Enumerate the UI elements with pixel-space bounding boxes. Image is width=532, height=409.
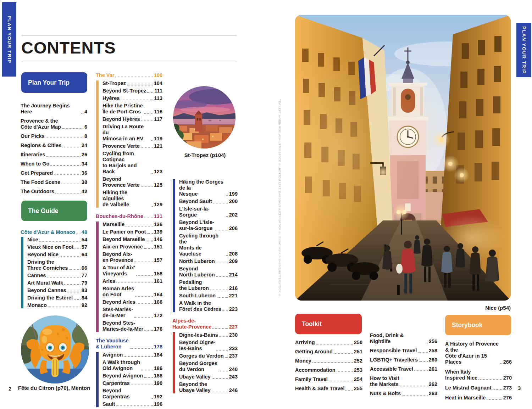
toc-entry-label: Cycling from Cotignac to Barjols and Bac… (102, 151, 150, 175)
toc-leader (39, 241, 81, 242)
toc-leader (147, 233, 153, 234)
toc-entry-page: 129 (154, 202, 162, 208)
toc-entry-page: 250 (354, 340, 362, 346)
toc-entry: Carpentras 190 (102, 380, 162, 386)
toc-entry-label: Ubaye Valley (179, 374, 211, 380)
toc-entry: Beyond St-Tropez 111 (102, 88, 162, 94)
toc-entry-page: 276 (503, 395, 512, 401)
section-items: St-Tropez 104 Beyond St-Tropez 111 Hyère… (96, 80, 162, 208)
toc-leader (225, 357, 228, 358)
toc-entry-page: 233 (229, 346, 238, 352)
toc-entry-label: Beyond Aix- en Provence (102, 251, 133, 263)
toc-leader (414, 370, 428, 371)
toc-entry-label: Hiking the Gorges de la Nesque (179, 179, 225, 197)
toc-entry-label: Food, Drink & Nightlife (370, 332, 425, 344)
toc-entry: Vieux Nice on Foot 57 (27, 244, 87, 250)
toc-entry-label: North Luberon (179, 258, 215, 264)
toc-entry: The Food Scene 38 (21, 179, 87, 185)
toc-entry-label: Responsible Travel (370, 348, 417, 354)
toc-entry-label: Roman Arles on Foot (102, 286, 134, 298)
toc-entry: How to Visit the Markets 262 (370, 375, 437, 387)
middle-column: The Var 100 St-Tropez 104 Beyond St-Trop… (96, 72, 162, 409)
toc-entry-label: Driving La Route du Mimosa in an EV (102, 124, 150, 142)
toc-leader (136, 275, 153, 276)
toc-entry: Hiking the Aiguilles de Valbelle 129 (102, 190, 162, 208)
toc-entry-page: 266 (503, 359, 512, 365)
toc-leader (215, 230, 228, 230)
nice-street-illustration (295, 15, 511, 301)
toc-leader (124, 356, 153, 357)
toc-entry-label: Beyond Nice (27, 252, 59, 258)
section-title: Bouches-du-Rhône (96, 213, 143, 219)
toc-leader (213, 203, 228, 203)
plan-your-trip-box: Plan Your Trip (21, 72, 87, 93)
toc-entry-page: 172 (154, 313, 162, 319)
toc-entry-page: 176 (154, 326, 162, 332)
toc-entry: Le Mistral Gagnant 273 (445, 385, 512, 391)
toc-leader (141, 186, 153, 187)
toc-entry: Ubaye Valley 243 (179, 374, 238, 380)
toc-entry: Arles 161 (102, 278, 162, 284)
toc-entry-page: 92 (82, 302, 87, 308)
toc-entry: Nuts & Bolts 263 (370, 391, 437, 397)
toc-entry-label: Beyond St-Tropez (102, 88, 146, 94)
citrus-octopus-illustration (21, 315, 89, 383)
toc-leader (151, 173, 153, 174)
toc-leader (115, 77, 153, 77)
toc-entry: LGBTIQ+ Travellers 260 (370, 357, 437, 363)
toc-entry: L'Isle-sur-la-Sorgue 202 (179, 206, 238, 218)
right-column-left-page: Hiking the Gorges de la Nesque 199 Beyon… (172, 179, 238, 399)
toc-entry-label: Beyond North Luberon (179, 266, 215, 278)
toc-entry: Beyond North Luberon 214 (179, 266, 238, 278)
toc-entry-label: Beyond Hyères (102, 116, 140, 122)
section-heading: The Var 100 (96, 72, 162, 78)
toc-entry-label: Beyond Sault (179, 198, 212, 204)
toc-entry: Beyond Marseille 146 (102, 236, 162, 242)
toc-entry-page: 104 (154, 80, 162, 86)
toc-leader (62, 147, 81, 147)
toc-entry-label: Regions & Cities (21, 142, 61, 149)
toc-entry: Accommodation 253 (295, 367, 362, 373)
toc-leader (135, 296, 153, 297)
right-page-number: 3 (518, 385, 521, 391)
toc-leader (141, 147, 153, 148)
toc-entry: Driving the Esterel 84 (27, 295, 87, 301)
st-tropez-sunset-illustration (173, 86, 235, 149)
toc-entry: Itineraries 26 (21, 152, 87, 158)
toc-entry-page: 262 (429, 381, 437, 387)
toc-leader (116, 405, 153, 406)
toc-entry-page: 38 (82, 179, 87, 185)
plan-your-trip-list: The Journey Begins Here 4 Provence & the… (21, 103, 87, 198)
toc-entry-label: Gorges du Verdon (179, 353, 224, 359)
toc-leader (131, 385, 153, 385)
section-the-var: The Var 100 St-Tropez 104 Beyond St-Trop… (96, 72, 162, 208)
toc-entry-label: Arles (102, 278, 115, 284)
section-vaucluse-luberon: The Vaucluse & Luberon 178 Avignon 184 A… (96, 338, 162, 407)
toc-entry: Provence & the Côte d'Azur Map 6 (21, 118, 87, 130)
toc-entry-page: 216 (229, 285, 238, 291)
toc-entry: Monaco 92 (27, 302, 87, 308)
toc-entry-label: Beyond Stes- Maries-de-la-Mer (102, 320, 143, 332)
section-items: Marseille 136 Le Panier on Foot 139 Beyo… (96, 222, 162, 332)
toc-entry-page: 79 (82, 280, 87, 286)
toc-entry-page: 240 (229, 366, 238, 372)
toc-entry-label: Digne-les-Bains (179, 332, 218, 338)
toc-entry-page: 57 (82, 244, 87, 250)
toc-leader (216, 276, 228, 277)
toc-entry-label: Vieux Nice on Foot (27, 244, 73, 250)
toc-entry-label: When to Go (21, 161, 49, 167)
toc-leader (141, 370, 153, 370)
section-alpes-de-haute-provence: Alpes-de- Haute-Provence 227 Digne-les-B… (172, 318, 238, 393)
section-items: Digne-les-Bains 230 Beyond Digne- les-Ba… (173, 332, 238, 393)
toc-leader (74, 248, 81, 249)
section-items: Nice 54 Vieux Nice on Foot 57 Beyond Nic… (21, 237, 87, 308)
toc-entry-label: Avignon (102, 352, 123, 358)
toc-entry-label: Provence & the Côte d'Azur Map (21, 118, 61, 130)
toc-leader (151, 140, 153, 141)
toc-entry-page: 121 (154, 143, 162, 149)
section-heading: The Vaucluse & Luberon 178 (96, 338, 162, 350)
toc-entry-page: 209 (229, 258, 238, 264)
toc-leader (144, 218, 153, 218)
toc-entry: Beyond Avignon 188 (102, 373, 162, 379)
toc-entry-page: 117 (154, 116, 162, 122)
